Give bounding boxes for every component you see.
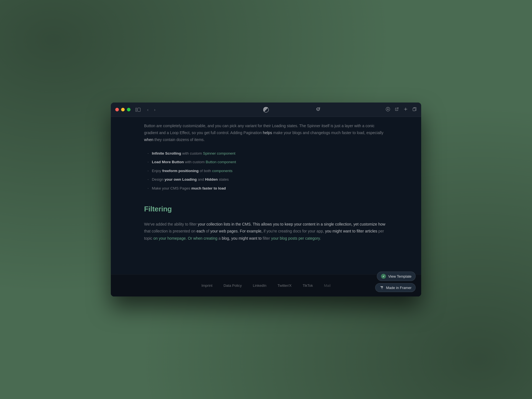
refresh-icon[interactable] <box>316 107 320 112</box>
forward-button[interactable]: › <box>153 107 157 112</box>
footer-link-tiktok[interactable]: TikTok <box>303 283 313 288</box>
content-area: Button are completely customizable, and … <box>111 117 421 296</box>
list-item: Infinite Scrolling with custom Spinner c… <box>146 150 388 157</box>
download-icon[interactable] <box>386 107 390 112</box>
section-title: Filtering <box>144 203 388 216</box>
made-in-framer-label: Made in Framer <box>386 286 411 290</box>
check-icon <box>381 274 386 279</box>
view-template-label: View Template <box>388 274 411 278</box>
article-body: Button are completely customizable, and … <box>111 117 421 253</box>
framer-logo-icon <box>379 285 384 290</box>
footer-link-mail[interactable]: Mail <box>324 283 331 288</box>
bullet-list: Infinite Scrolling with custom Spinner c… <box>144 150 388 192</box>
view-template-button[interactable]: View Template <box>377 272 416 281</box>
svg-rect-4 <box>413 108 415 111</box>
footer-link-linkedin[interactable]: LinkedIn <box>253 283 266 288</box>
list-item: Make your CMS Pages much faster to load <box>146 185 388 192</box>
list-item: Enjoy freeform positioning of both compo… <box>146 168 388 174</box>
titlebar-right <box>386 107 417 112</box>
add-tab-icon[interactable] <box>403 107 408 112</box>
list-item: Design your own Loading and Hidden state… <box>146 176 388 183</box>
back-button[interactable]: ‹ <box>146 107 150 112</box>
sidebar-toggle-icon[interactable] <box>135 108 140 112</box>
page-content: Button are completely customizable, and … <box>111 117 421 274</box>
titlebar: ‹ › <box>111 103 421 117</box>
share-icon[interactable] <box>395 107 399 112</box>
list-item: Load More Button with custom Button comp… <box>146 159 388 165</box>
nav-icons: ‹ › <box>146 107 157 112</box>
maximize-button[interactable] <box>127 108 131 111</box>
close-button[interactable] <box>115 108 119 111</box>
intro-paragraph: Button are completely customizable, and … <box>144 122 388 144</box>
theme-toggle-button[interactable] <box>263 107 269 112</box>
traffic-lights <box>115 108 131 111</box>
footer-link-datapolicy[interactable]: Data Policy <box>224 283 242 288</box>
browser-window: ‹ › <box>111 103 421 296</box>
minimize-button[interactable] <box>121 108 125 111</box>
duplicate-icon[interactable] <box>412 107 417 112</box>
footer-link-twitter[interactable]: Twitter/X <box>278 283 292 288</box>
footer: Imprint Data Policy LinkedIn Twitter/X T… <box>111 274 421 296</box>
section-paragraph: We've added the ability to filter your c… <box>144 221 388 242</box>
floating-buttons: View Template Made in Framer <box>375 272 416 292</box>
made-in-framer-button[interactable]: Made in Framer <box>375 283 416 292</box>
footer-link-imprint[interactable]: Imprint <box>201 283 213 288</box>
footer-links: Imprint Data Policy LinkedIn Twitter/X T… <box>201 283 331 288</box>
